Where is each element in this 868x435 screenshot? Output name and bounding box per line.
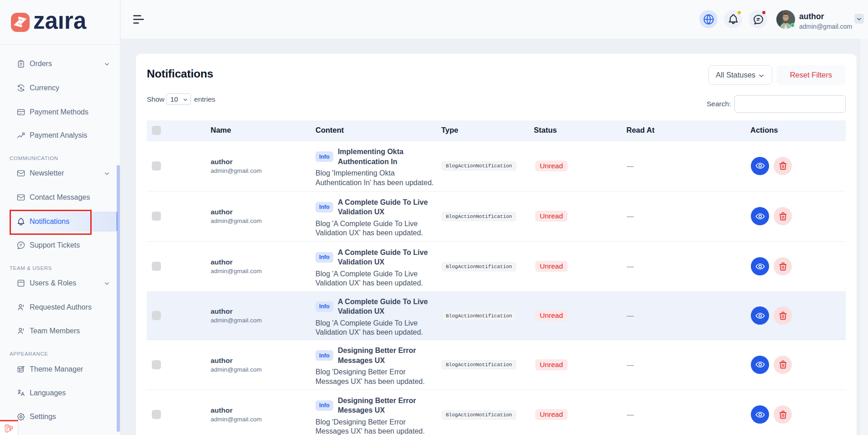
svg-text:$: $ xyxy=(20,86,22,90)
